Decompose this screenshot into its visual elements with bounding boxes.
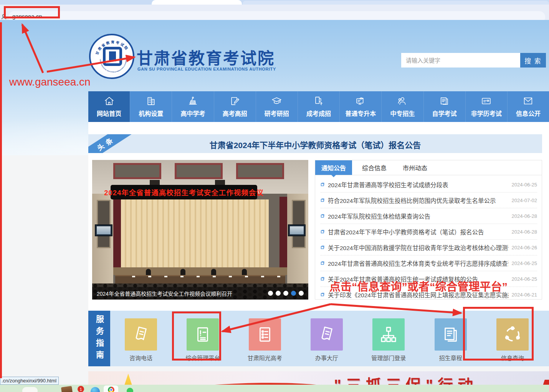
nav-label: 信息公开 <box>516 109 541 118</box>
headline-title[interactable]: 甘肃省2024年下半年中小学教师资格考试（笔试）报名公告 <box>88 139 542 150</box>
news-row[interactable]: 甘肃省2024年下半年中小学教师资格考试（笔试）报名公告 2024-06-28 <box>321 224 537 240</box>
news-title[interactable]: 2024年甘肃普通高等学校招生考试成绩分段表 <box>328 180 509 189</box>
list-doc-icon <box>256 326 274 343</box>
nav-item-non-academic[interactable]: 非学历考试 <box>465 91 507 122</box>
news-date: 2024-06-25 <box>512 182 537 188</box>
doc-pen-icon <box>230 96 240 106</box>
conference-led-banner: 2024年全省普通高校招生考试安全工作视频会议 <box>111 185 257 199</box>
carousel-dot[interactable] <box>276 291 281 296</box>
service-sunshine-gaokao[interactable]: 甘肃阳光高考 <box>240 311 290 366</box>
nav-item-zhongzhuan[interactable]: 中专招生 <box>381 91 423 122</box>
nav-item-gaokao[interactable]: 高考高招 <box>214 91 256 122</box>
news-title[interactable]: 2024年军队院校招生体检结果查询公告 <box>328 212 509 220</box>
news-row[interactable]: 2024年军队院校招生体检结果查询公告 2024-06-28 <box>321 208 537 224</box>
stage-curtain <box>121 199 269 267</box>
service-admin-login[interactable]: 管理部门登录 <box>364 311 413 366</box>
docs-icon <box>442 326 460 343</box>
chrome-icon[interactable] <box>108 387 114 392</box>
home-icon <box>104 96 114 106</box>
nav-item-zhuanshengben[interactable]: 普通专升本 <box>339 91 381 122</box>
inactive-tab[interactable] <box>243 1 549 5</box>
tab-general-info[interactable]: 综合信息 <box>356 160 393 175</box>
doc-bullet-icon <box>321 293 324 296</box>
news-row[interactable]: 2024年甘肃普通高等学校招生考试成绩分段表 2024-06-25 <box>321 177 537 193</box>
news-row[interactable]: 2024年甘肃省普通高校招生艺术体育类专业统考平行志愿排序成绩查询公告 2024… <box>321 255 537 271</box>
nav-label: 中专招生 <box>390 109 415 118</box>
service-service-hall[interactable]: 办事大厅 <box>302 311 352 366</box>
carousel-dot[interactable] <box>283 291 288 296</box>
nav-item-graduate[interactable]: 研考研招 <box>256 91 298 122</box>
main-nav: 网站首页 机构设置 高中学考 高考高招 研考研招 成考成招 普通专升本 中专招生… <box>88 91 549 122</box>
browser-app-icon[interactable] <box>91 387 100 392</box>
site-logo[interactable]: 甘肃省教育考试院 GANSU PROVINCIAL EDUCATION EXAM… <box>89 34 134 79</box>
news-title[interactable]: 符合2024年军队院校招生投档比例范围内优先录取考生名单公示 <box>328 196 509 204</box>
nav-item-self-study[interactable]: 自学考试 <box>423 91 465 122</box>
carousel-dots <box>268 291 304 296</box>
carousel-dot[interactable] <box>268 291 273 296</box>
tv-screen <box>95 224 112 236</box>
news-date: 2024-06-26 <box>512 245 537 250</box>
nav-item-info-disclosure[interactable]: 信息公开 <box>507 91 549 122</box>
nav-label: 成考成招 <box>306 109 331 118</box>
service-consult-phone[interactable]: 咨询电话 <box>116 311 166 366</box>
documents-icon <box>439 96 450 106</box>
tab-notices[interactable]: 通知公告 <box>315 160 352 175</box>
annotation-left-line <box>0 22 2 378</box>
search-button[interactable]: 搜 索 <box>520 53 546 68</box>
nav-label: 机构设置 <box>139 109 163 118</box>
people-icon <box>397 96 408 106</box>
tv-screen <box>288 224 306 236</box>
monitor-cap-icon <box>356 96 366 106</box>
doc-bullet-icon <box>321 261 324 265</box>
news-title[interactable]: 关于2024年中国消防救援学院在甘招收青年学生政治考核体检心理测试面试 <box>328 243 509 252</box>
nav-label: 高考高招 <box>223 109 247 118</box>
link-status-tooltip: .cn/zonghexinxi/990.html <box>0 377 59 385</box>
nav-item-adult-exam[interactable]: 成考成招 <box>298 91 339 122</box>
carousel-dot[interactable] <box>299 291 304 296</box>
search-input[interactable] <box>401 53 520 68</box>
messenger-app-icon[interactable] <box>127 388 133 392</box>
sitemap-icon <box>380 326 397 343</box>
doc-bullet-icon <box>321 277 324 281</box>
nav-label: 研考研招 <box>265 109 289 118</box>
annotation-box-url <box>4 6 60 18</box>
carousel-caption[interactable]: 2024年全省普通高校招生考试安全工作视频会议顺利召开 <box>97 290 268 297</box>
news-title[interactable]: 2024年甘肃省普通高校招生艺术体育类专业统考平行志愿排序成绩查询公告 <box>328 259 509 267</box>
status-link: .cn/zonghexinxi/990.html <box>2 378 56 384</box>
notification-badge: 1 <box>78 386 84 392</box>
carousel-caption-bar: 2024年全省普通高校招生考试安全工作视频会议顺利召开 <box>92 287 308 300</box>
nav-item-org[interactable]: 机构设置 <box>130 91 172 122</box>
receipt-icon <box>132 326 150 343</box>
active-tab[interactable] <box>152 0 242 5</box>
news-row[interactable]: 关于2024年中国消防救援学院在甘招收青年学生政治考核体检心理测试面试 2024… <box>321 240 537 255</box>
nav-label: 普通专升本 <box>345 109 376 118</box>
service-guide-label: 服务指南 <box>88 311 110 366</box>
taskbar-app[interactable] <box>22 387 38 392</box>
nav-label: 自学考试 <box>432 109 457 118</box>
browser-tab-strip <box>0 0 549 5</box>
carousel[interactable]: 2024年全省普通高校招生考试安全工作视频会议 2024年全省普通高校招生考试安… <box>92 160 308 300</box>
carousel-dot-active[interactable] <box>291 291 296 296</box>
nav-item-home[interactable]: 网站首页 <box>88 91 130 122</box>
news-date: 2024-06-21 <box>512 292 537 298</box>
os-taskbar: 1 <box>0 385 549 392</box>
doc-bullet-icon <box>321 245 324 249</box>
folder-icon[interactable] <box>61 386 73 392</box>
doc-bullet-icon <box>321 183 324 186</box>
envelope-icon <box>523 96 533 106</box>
browser-address-bar: ganseea.cn <box>0 5 549 20</box>
annotation-url-label: www.ganseea.cn <box>9 76 91 88</box>
receipt-icon <box>318 326 336 343</box>
annotation-box-info-query <box>463 307 534 361</box>
news-row[interactable]: 符合2024年军队院校招生投档比例范围内优先录取考生名单公示 2024-07-0… <box>321 193 537 208</box>
nav-item-highschool-exam[interactable]: 高中学考 <box>172 91 213 122</box>
headline-banner[interactable]: 头条 甘肃省2024年下半年中小学教师资格考试（笔试）报名公告 <box>88 134 542 153</box>
nav-label: 网站首页 <box>97 109 121 118</box>
annotation-click-hint: 点击“信息查询”或者“综合管理平台” <box>329 278 508 294</box>
tab-city-news[interactable]: 市州动态 <box>397 160 433 175</box>
doc-bullet-icon <box>321 198 324 202</box>
news-title[interactable]: 甘肃省2024年下半年中小学教师资格考试（笔试）报名公告 <box>328 227 509 236</box>
site-title: 甘肃省教育考试院 <box>137 45 275 69</box>
doc-bullet-icon <box>321 230 324 234</box>
building-icon <box>146 96 156 106</box>
